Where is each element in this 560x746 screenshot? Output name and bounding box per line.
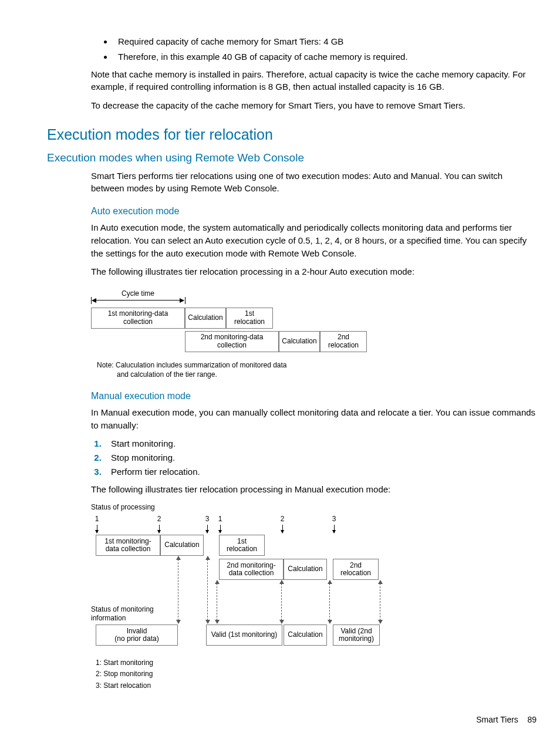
page: Required capacity of cache memory for Sm… bbox=[0, 0, 560, 746]
auto-para-1: In Auto execution mode, the system autom… bbox=[91, 221, 537, 259]
manual-step: Stop monitoring. bbox=[104, 451, 537, 464]
intro-paragraph: Smart Tiers performs tier relocations us… bbox=[91, 170, 537, 195]
auto-heading: Auto execution mode bbox=[91, 204, 537, 218]
note-paragraph: Note that cache memory is installed in p… bbox=[91, 68, 537, 94]
section-heading: Execution modes for tier relocation bbox=[47, 124, 537, 145]
d1-note: Note: Caluculation includes summarizatio… bbox=[91, 360, 420, 379]
manual-step: Start monitoring. bbox=[104, 437, 537, 450]
d2-1st-reloc: 1st relocation bbox=[219, 535, 265, 556]
d2-invalid: Invalid (no prior data) bbox=[96, 625, 178, 646]
manual-para-1: In Manual execution mode, you can manual… bbox=[91, 406, 537, 432]
d2-dash bbox=[178, 556, 178, 623]
d2-2nd-monitor: 2nd monitoring-data collection bbox=[219, 559, 284, 580]
d2-dash bbox=[281, 580, 282, 623]
d2-arrow-2b: 2 bbox=[279, 514, 286, 532]
d2-calc-2: Calculation bbox=[284, 559, 327, 580]
d2-arrow-3a: 3 bbox=[204, 514, 211, 532]
d2-arrow-1a: 1 bbox=[93, 514, 100, 532]
cycle-time-label: Cycle time bbox=[91, 289, 185, 299]
subsection-heading: Execution modes when using Remote Web Co… bbox=[47, 150, 537, 166]
top-content: Required capacity of cache memory for Sm… bbox=[91, 35, 537, 112]
d2-status-proc: Status of processing bbox=[91, 502, 155, 512]
d2-dash bbox=[329, 580, 330, 623]
d2-legend-1: 1: Start monitoring bbox=[96, 657, 153, 669]
d1-note-l1: Note: Caluculation includes summarizatio… bbox=[97, 361, 287, 369]
d2-status-mon: Status of monitoring information bbox=[91, 605, 167, 622]
d2-legend: 1: Start monitoring 2: Stop monitoring 3… bbox=[96, 657, 153, 691]
manual-steps: Start monitoring. Stop monitoring. Perfo… bbox=[91, 437, 537, 478]
d1-calc-1: Calculation bbox=[185, 308, 226, 329]
d1-1st-reloc: 1st relocation bbox=[226, 308, 273, 329]
manual-step: Perform tier relocation. bbox=[104, 465, 537, 478]
d2-legend-3: 3: Start relocation bbox=[96, 680, 153, 691]
d1-2nd-monitor: 2nd monitoring-data collection bbox=[185, 331, 279, 352]
d2-dash bbox=[207, 556, 208, 623]
auto-diagram: Cycle time 1st monitoring-data collectio… bbox=[91, 289, 420, 379]
d2-calc-1: Calculation bbox=[160, 535, 204, 556]
d2-legend-2: 2: Stop monitoring bbox=[96, 669, 153, 680]
d1-1st-monitor: 1st monitoring-data collection bbox=[91, 308, 185, 329]
manual-para-2: The following illustrates tier relocatio… bbox=[91, 483, 537, 496]
d2-valid-2: Valid (2nd monitoring) bbox=[333, 625, 380, 646]
d2-arrow-2a: 2 bbox=[156, 514, 163, 532]
decrease-paragraph: To decrease the capacity of the cache me… bbox=[91, 99, 537, 112]
d1-note-l2: and calculation of the tier range. bbox=[97, 370, 217, 379]
d2-arrow-1b: 1 bbox=[217, 514, 224, 532]
d1-2nd-reloc: 2nd relocation bbox=[320, 331, 367, 352]
d2-2nd-reloc: 2nd relocation bbox=[333, 559, 379, 580]
bullet-item: Therefore, in this example 40 GB of capa… bbox=[113, 50, 537, 63]
d2-arrow-3b: 3 bbox=[330, 514, 338, 532]
bullet-list: Required capacity of cache memory for Sm… bbox=[91, 35, 537, 63]
manual-heading: Manual execution mode bbox=[91, 389, 537, 403]
auto-para-2: The following illustrates tier relocatio… bbox=[91, 265, 537, 278]
page-number: 89 bbox=[527, 715, 537, 724]
d1-calc-2: Calculation bbox=[279, 331, 320, 352]
d2-valid-1: Valid (1st monitoring) bbox=[206, 625, 282, 646]
section-body: Smart Tiers performs tier relocations us… bbox=[91, 170, 537, 691]
d2-dash bbox=[217, 580, 217, 623]
d2-dash bbox=[380, 580, 380, 623]
footer-label: Smart Tiers bbox=[476, 715, 518, 724]
bullet-item: Required capacity of cache memory for Sm… bbox=[113, 35, 537, 48]
page-footer: Smart Tiers 89 bbox=[47, 714, 537, 725]
d2-calc-bottom: Calculation bbox=[284, 625, 327, 646]
d2-1st-monitor: 1st monitoring-data collection bbox=[96, 535, 160, 556]
cycle-time-arrow: Cycle time bbox=[91, 289, 420, 304]
manual-diagram: Status of processing 1 2 3 1 2 3 1st mon… bbox=[91, 502, 467, 690]
